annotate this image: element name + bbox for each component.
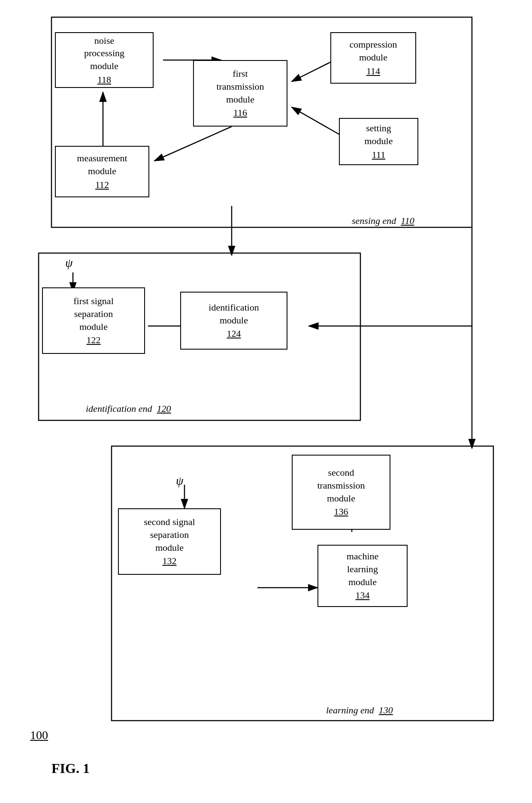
learning-end-label: learning end 130 [326, 705, 393, 716]
noise-processing-module: noiseprocessingmodule 118 [55, 32, 154, 88]
figure-ref-number: 100 [30, 728, 48, 742]
measurement-module: measurementmodule 112 [55, 146, 149, 197]
machine-learning-module: machinelearningmodule 134 [317, 545, 408, 607]
compression-module: compressionmodule 114 [330, 32, 416, 84]
psi-symbol-2: ψ [176, 474, 183, 488]
sensing-end-num: 110 [401, 215, 414, 226]
identification-end-num: 120 [157, 403, 171, 414]
first-signal-separation-module: first signalseparationmodule 122 [42, 287, 145, 354]
second-transmission-module: secondtransmissionmodule 136 [292, 455, 390, 530]
sensing-end-label: sensing end 110 [352, 215, 414, 226]
identification-module: identificationmodule 124 [180, 292, 287, 350]
setting-module: settingmodule 111 [339, 118, 418, 165]
svg-line-9 [154, 127, 232, 161]
figure-title: FIG. 1 [51, 761, 90, 776]
first-transmission-module: firsttransmissionmodule 116 [193, 60, 287, 127]
learning-end-num: 130 [379, 705, 393, 715]
identification-end-label: identification end 120 [86, 403, 171, 414]
svg-line-7 [292, 60, 335, 82]
psi-symbol-1: ψ [65, 256, 73, 270]
second-signal-separation-module: second signalseparationmodule 132 [118, 508, 221, 575]
